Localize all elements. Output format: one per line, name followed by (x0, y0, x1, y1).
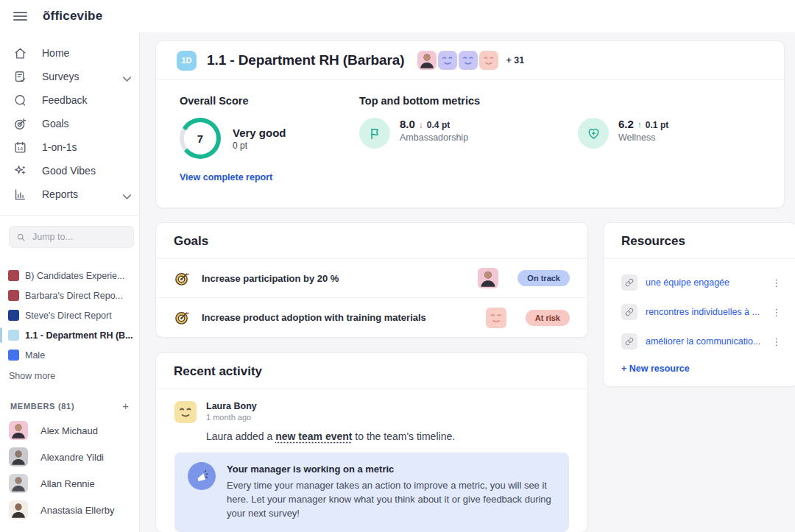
sidebar-item-reports[interactable]: Reports (0, 182, 139, 206)
sidebar-item-home[interactable]: Home (0, 41, 139, 65)
metric-delta: 0.1 pt (646, 120, 668, 130)
activity-entry: Laura Bony 1 month ago Laura added a new… (156, 389, 587, 532)
add-member-button[interactable]: + (122, 400, 129, 411)
home-icon (13, 46, 27, 60)
segment-label: 1.1 - Department RH (B... (25, 330, 133, 341)
avatar (479, 51, 498, 70)
members-header: MEMBERS (81) (10, 402, 74, 411)
sidebar-item-label: Good Vibes (42, 165, 96, 177)
segment-item[interactable]: Male (0, 345, 139, 365)
link-icon (621, 304, 637, 320)
member-row[interactable]: Alex Michaud (0, 417, 139, 444)
sidebar-item-goals[interactable]: Goals (0, 112, 139, 135)
one-on-ones-icon: 1:1 (13, 141, 27, 155)
score-delta: 0 pt (233, 141, 286, 151)
member-row[interactable]: Anastasia Ellerby (0, 497, 139, 523)
manager-metric-callout: Your manager is working on a metric Ever… (174, 453, 569, 532)
sidebar-item-label: 1-on-1s (42, 141, 77, 153)
jump-to-input[interactable] (32, 232, 121, 242)
metric-ambassadorship[interactable]: 8.0 ↓ 0.4 pt Ambassadorship (359, 118, 578, 149)
search-icon (16, 233, 26, 242)
avatar (9, 474, 28, 493)
member-name: Alexandre Yildi (40, 452, 104, 463)
goals-card: Goals Increase participation by 20 % On … (155, 222, 588, 338)
segment-label: B) Candidates Experie... (25, 271, 125, 281)
sidebar-item-label: Goals (42, 118, 69, 130)
segment-item[interactable]: Barbara's Direct Repo... (0, 285, 139, 305)
arrow-down-icon: ↓ (419, 120, 423, 130)
good-vibes-icon (13, 164, 27, 178)
avatar (486, 308, 506, 328)
more-members-count[interactable]: + 31 (506, 55, 524, 65)
resources-card: Resources une équipe engagée ⋮ rencontre… (603, 222, 795, 387)
link-icon (621, 333, 637, 350)
segment-label: Steve's Direct Report (25, 311, 112, 321)
goals-icon (13, 117, 27, 131)
metrics-heading: Top and bottom metrics (359, 95, 795, 107)
surveys-icon (13, 70, 27, 84)
goals-title: Goals (174, 234, 570, 249)
sidebar-item-feedback[interactable]: Feedback (0, 88, 139, 112)
sidebar-item-label: Reports (42, 188, 78, 200)
member-name: Allan Rennie (40, 478, 95, 489)
avatar (9, 421, 28, 440)
megaphone-icon (188, 462, 216, 490)
metric-value: 6.2 (618, 118, 634, 130)
main-content: 1D 1.1 - Department RH (Barbara) + 31 Ov… (140, 32, 795, 532)
goal-row[interactable]: Increase product adoption with training … (156, 298, 587, 337)
metric-delta: 0.4 pt (427, 120, 450, 130)
resource-item[interactable]: rencontres individuelles à ... ⋮ (621, 297, 784, 327)
metric-label: Ambassadorship (400, 132, 468, 143)
avatar (459, 51, 478, 70)
view-complete-report-link[interactable]: View complete report (180, 172, 272, 182)
avatar (438, 51, 457, 70)
chevron-down-icon[interactable] (120, 190, 129, 199)
segment-color-swatch (8, 310, 19, 321)
resource-link[interactable]: améliorer la communicatio... (646, 336, 760, 347)
segment-color-swatch (8, 270, 19, 281)
resource-link[interactable]: rencontres individuelles à ... (646, 307, 760, 317)
metric-value: 8.0 (400, 118, 415, 130)
new-team-event-link[interactable]: new team event (275, 430, 352, 442)
goal-row[interactable]: Increase participation by 20 % On track (156, 259, 587, 298)
team-badge: 1D (177, 51, 197, 71)
segment-item[interactable]: B) Candidates Experie... (0, 266, 139, 285)
activity-author: Laura Bony (206, 401, 257, 411)
resource-link[interactable]: une équipe engagée (646, 277, 729, 288)
kebab-menu-icon[interactable]: ⋮ (768, 336, 784, 348)
resource-item[interactable]: améliorer la communicatio... ⋮ (621, 327, 784, 356)
new-resource-button[interactable]: + New resource (621, 363, 690, 374)
segment-item-selected[interactable]: 1.1 - Department RH (B... (0, 325, 139, 345)
score-ring: 7 (180, 118, 221, 159)
show-more-link[interactable]: Show more (0, 365, 139, 381)
jump-to-search[interactable] (9, 226, 134, 248)
callout-body: Every time your manager takes an action … (227, 479, 556, 521)
score-value: 7 (184, 122, 216, 155)
score-label: Very good (233, 127, 286, 139)
team-avatar-stack[interactable] (417, 51, 498, 70)
sidebar-item-1-on-1s[interactable]: 1:1 1-on-1s (0, 135, 139, 159)
member-row[interactable]: Allan Rennie (0, 470, 139, 497)
kebab-menu-icon[interactable]: ⋮ (768, 277, 784, 289)
goal-target-icon (174, 309, 191, 326)
goal-text: Increase participation by 20 % (202, 273, 339, 284)
hamburger-menu-icon[interactable] (13, 12, 27, 21)
sidebar-item-label: Feedback (42, 94, 87, 106)
svg-text:1:1: 1:1 (18, 146, 24, 151)
sidebar-item-good-vibes[interactable]: Good Vibes (0, 159, 139, 182)
metric-wellness[interactable]: 6.2 ↑ 0.1 pt Wellness (578, 118, 795, 149)
goal-text: Increase product adoption with training … (202, 312, 426, 323)
avatar (174, 401, 197, 423)
segment-item[interactable]: Steve's Direct Report (0, 305, 139, 325)
arrow-up-icon: ↑ (637, 120, 642, 130)
member-row[interactable]: Alexandre Yildi (0, 444, 139, 470)
kebab-menu-icon[interactable]: ⋮ (768, 306, 784, 319)
goal-target-icon (174, 270, 191, 287)
segment-list: B) Candidates Experie... Barbara's Direc… (0, 266, 139, 365)
chevron-down-icon[interactable] (120, 72, 129, 81)
reports-icon (13, 188, 27, 202)
status-badge-at-risk: At risk (526, 310, 570, 326)
sidebar-item-surveys[interactable]: Surveys (0, 65, 139, 88)
officevibe-logo: õfficevibe (43, 9, 102, 24)
resource-item[interactable]: une équipe engagée ⋮ (621, 268, 784, 297)
